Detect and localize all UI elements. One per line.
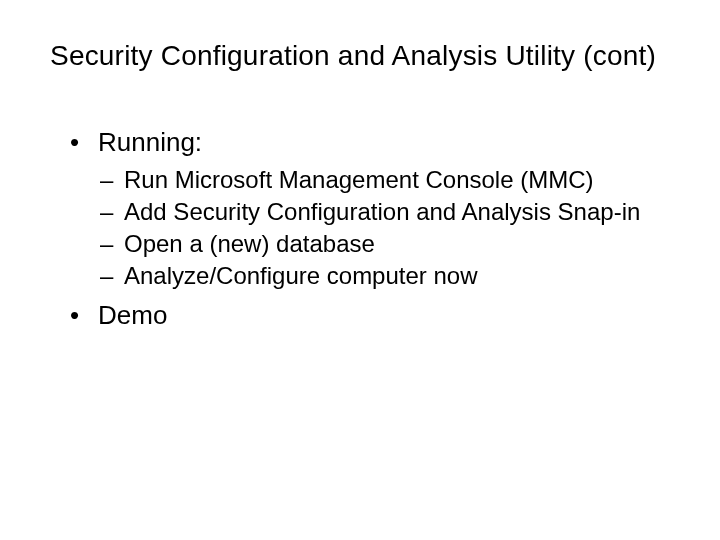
slide-title: Security Configuration and Analysis Util… bbox=[50, 40, 670, 72]
bullet-demo: Demo bbox=[70, 300, 670, 331]
sub-list-running: Run Microsoft Management Console (MMC) A… bbox=[98, 166, 670, 290]
sub-item: Run Microsoft Management Console (MMC) bbox=[100, 166, 670, 194]
sub-item: Open a (new) database bbox=[100, 230, 670, 258]
bullet-demo-label: Demo bbox=[98, 300, 167, 330]
bullet-running: Running: Run Microsoft Management Consol… bbox=[70, 127, 670, 290]
bullet-list: Running: Run Microsoft Management Consol… bbox=[50, 127, 670, 331]
bullet-running-label: Running: bbox=[98, 127, 202, 157]
sub-item: Analyze/Configure computer now bbox=[100, 262, 670, 290]
sub-item: Add Security Configuration and Analysis … bbox=[100, 198, 670, 226]
